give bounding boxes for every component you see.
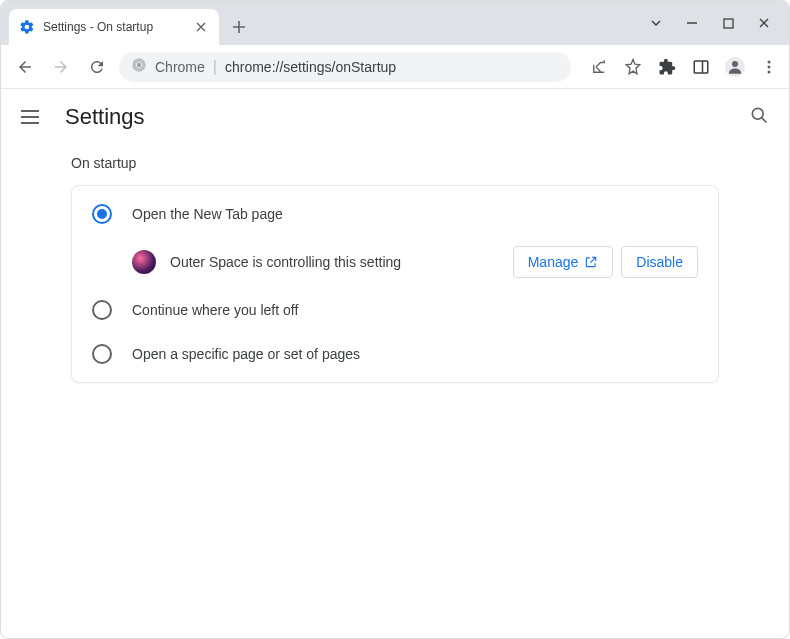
svg-line-11 — [762, 118, 767, 123]
manage-button[interactable]: Manage — [513, 246, 614, 278]
extension-message: Outer Space is controlling this setting — [170, 254, 499, 270]
address-bar[interactable]: Chrome | chrome://settings/onStartup — [119, 52, 571, 82]
radio-option-specific-pages[interactable]: Open a specific page or set of pages — [72, 332, 718, 376]
manage-label: Manage — [528, 254, 579, 270]
svg-rect-0 — [724, 19, 733, 28]
titlebar: Settings - On startup — [1, 1, 789, 45]
disable-label: Disable — [636, 254, 683, 270]
menu-icon[interactable] — [759, 57, 779, 77]
omnibox-separator: | — [213, 58, 217, 76]
window-controls — [649, 1, 781, 45]
reload-button[interactable] — [83, 53, 111, 81]
svg-point-9 — [768, 70, 771, 73]
extensions-icon[interactable] — [657, 57, 677, 77]
minimize-icon[interactable] — [685, 16, 699, 30]
svg-point-10 — [752, 108, 763, 119]
settings-content: On startup Open the New Tab page Outer S… — [1, 145, 789, 393]
svg-point-3 — [137, 62, 141, 66]
extension-actions: Manage Disable — [513, 246, 698, 278]
startup-card: Open the New Tab page Outer Space is con… — [71, 185, 719, 383]
share-icon[interactable] — [589, 57, 609, 77]
radio-label: Continue where you left off — [132, 302, 298, 318]
maximize-icon[interactable] — [721, 16, 735, 30]
svg-point-7 — [768, 60, 771, 63]
profile-avatar[interactable] — [725, 57, 745, 77]
chevron-down-icon[interactable] — [649, 16, 663, 30]
disable-button[interactable]: Disable — [621, 246, 698, 278]
section-title: On startup — [71, 155, 719, 171]
omnibox-prefix: Chrome — [155, 59, 205, 75]
omnibox-url: chrome://settings/onStartup — [225, 59, 396, 75]
radio-icon[interactable] — [92, 204, 112, 224]
browser-tab[interactable]: Settings - On startup — [9, 9, 219, 45]
close-icon[interactable] — [193, 19, 209, 35]
tab-title: Settings - On startup — [43, 20, 193, 34]
radio-icon[interactable] — [92, 300, 112, 320]
extension-notice: Outer Space is controlling this setting … — [72, 236, 718, 288]
external-link-icon — [584, 255, 598, 269]
radio-option-new-tab[interactable]: Open the New Tab page — [72, 192, 718, 236]
radio-icon[interactable] — [92, 344, 112, 364]
svg-rect-4 — [694, 61, 708, 73]
page-title: Settings — [65, 104, 145, 130]
radio-option-continue[interactable]: Continue where you left off — [72, 288, 718, 332]
svg-point-8 — [768, 65, 771, 68]
svg-point-6 — [732, 61, 738, 67]
star-icon[interactable] — [623, 57, 643, 77]
gear-icon — [19, 19, 35, 35]
chrome-logo-icon — [131, 57, 147, 77]
extension-icon — [132, 250, 156, 274]
toolbar: Chrome | chrome://settings/onStartup — [1, 45, 789, 89]
search-icon[interactable] — [749, 105, 769, 129]
new-tab-button[interactable] — [225, 13, 253, 41]
back-button[interactable] — [11, 53, 39, 81]
toolbar-actions — [589, 57, 779, 77]
hamburger-menu-icon[interactable] — [21, 105, 45, 129]
sidepanel-icon[interactable] — [691, 57, 711, 77]
settings-header: Settings — [1, 89, 789, 145]
radio-label: Open a specific page or set of pages — [132, 346, 360, 362]
radio-label: Open the New Tab page — [132, 206, 283, 222]
forward-button[interactable] — [47, 53, 75, 81]
window-close-icon[interactable] — [757, 16, 771, 30]
